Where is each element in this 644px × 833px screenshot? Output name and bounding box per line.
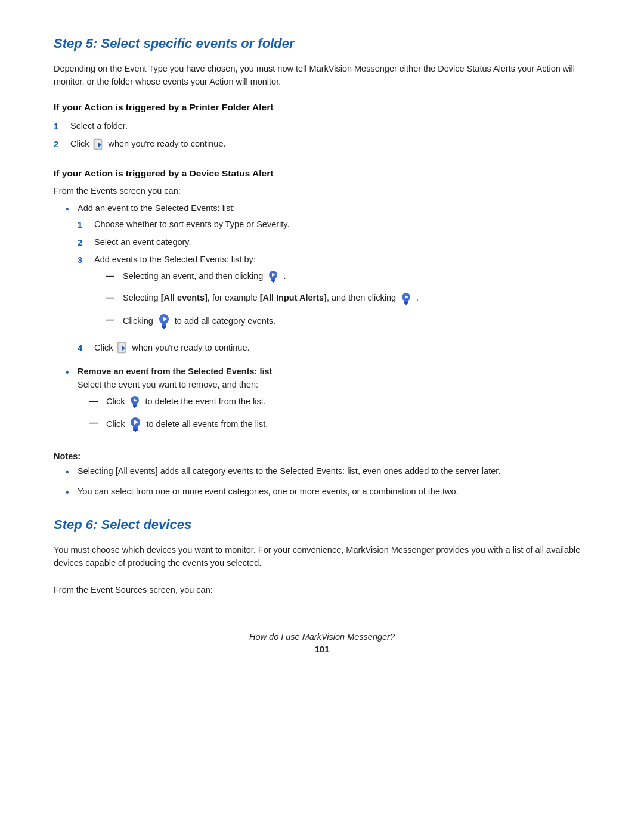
dash-em: —: [106, 270, 123, 283]
dash-item: — Selecting an event, and then clicking: [106, 270, 419, 283]
from-screen-text: From the Events screen you can:: [54, 186, 590, 196]
event-bullet-list: • Add an event to the Selected Events: l…: [54, 202, 590, 441]
dash-em: —: [89, 417, 106, 429]
sub-num-4: 4: [78, 342, 94, 355]
dash-em: —: [89, 395, 106, 408]
dash-text-3: Clicking to add all category events.: [123, 314, 275, 329]
notes-label: Notes:: [54, 451, 590, 461]
notes-list: • Selecting [All events] adds all catego…: [54, 465, 590, 500]
add-all-icon: [400, 292, 412, 305]
dash-em: —: [106, 314, 123, 326]
note-item-1: • Selecting [All events] adds all catego…: [66, 465, 590, 480]
device-status-section: If your Action is triggered by a Device …: [54, 168, 590, 500]
remove-event-content: Remove an event from the Selected Events…: [78, 365, 590, 441]
step2-text: Click when you're ready to continue.: [70, 138, 590, 151]
list-item: 1 Choose whether to sort events by Type …: [78, 218, 590, 232]
add-event-sub-list: 1 Choose whether to sort events by Type …: [78, 218, 590, 355]
sub-num-2: 2: [78, 236, 94, 250]
footer-page: 101: [54, 644, 590, 654]
dash-item: — Clicking: [106, 314, 419, 329]
sub-num-1: 1: [78, 218, 94, 232]
printer-folder-list: 1 Select a folder. 2 Click when you're r…: [54, 120, 590, 151]
bullet-dot: •: [66, 202, 78, 217]
note-text-1: Selecting [All events] adds all category…: [78, 465, 500, 478]
step6-intro1: You must choose which devices you want t…: [54, 543, 590, 570]
list-item: 4 Click when you're ready to continue.: [78, 342, 590, 355]
note-item-2: • You can select from one or more event …: [66, 485, 590, 500]
list-item: 2 Select an event category.: [78, 236, 590, 250]
footer-text: How do I use MarkVision Messenger?: [54, 632, 590, 642]
next-icon-2: [116, 342, 128, 355]
sub-item-1-text: Choose whether to sort events by Type or…: [94, 218, 290, 231]
dash-em: —: [106, 292, 123, 304]
remove-sub-intro: Select the event you want to remove, and…: [78, 380, 258, 389]
add-event-icon: [267, 270, 279, 283]
svg-marker-10: [404, 302, 408, 305]
note-bullet-1: •: [66, 465, 78, 480]
list-item: 1 Select a folder.: [54, 120, 590, 134]
dash-item: — Selecting [All events], for example [A…: [106, 292, 419, 305]
dash-item: — Click to delete the event from the lis…: [89, 395, 590, 408]
svg-marker-21: [133, 405, 137, 408]
dash-text-2: Selecting [All events], for example [All…: [123, 292, 419, 305]
remove-dash-2: Click to delete all events from the list…: [106, 417, 268, 432]
add-category-icon: [157, 314, 171, 329]
dash-item: — Click to delete all events from the li…: [89, 417, 590, 432]
remove-dash-list: — Click to delete the event from the lis…: [78, 395, 590, 432]
add-events-dash-list: — Selecting an event, and then clicking: [94, 270, 419, 329]
note-text-2: You can select from one or more event ca…: [78, 485, 459, 498]
bullet-item-remove: • Remove an event from the Selected Even…: [66, 365, 590, 441]
remove-dash-1: Click to delete the event from the list.: [106, 395, 266, 408]
bullet-dot-2: •: [66, 366, 78, 380]
add-event-content: Add an event to the Selected Events: lis…: [78, 202, 590, 359]
dash-text-1: Selecting an event, and then clicking: [123, 270, 286, 283]
delete-event-icon: [129, 395, 141, 408]
printer-folder-section: If your Action is triggered by a Printer…: [54, 102, 590, 151]
step1-text: Select a folder.: [70, 120, 590, 133]
sub-item-3-text: Add events to the Selected Events: list …: [94, 253, 419, 337]
svg-marker-6: [271, 280, 275, 283]
step-num-1: 1: [54, 120, 70, 134]
remove-bold-label: Remove an event from the Selected Events…: [78, 367, 272, 376]
next-icon: [92, 138, 104, 151]
bullet-item-add: • Add an event to the Selected Events: l…: [66, 202, 590, 359]
device-status-heading: If your Action is triggered by a Device …: [54, 168, 590, 179]
list-item: 2 Click when you're ready to continue.: [54, 138, 590, 151]
step5-intro: Depending on the Event Type you have cho…: [54, 62, 590, 89]
step5-title: Step 5: Select specific events or folder: [54, 36, 590, 51]
printer-folder-heading: If your Action is triggered by a Printer…: [54, 102, 590, 113]
sub-item-2-text: Select an event category.: [94, 236, 191, 249]
note-bullet-2: •: [66, 485, 78, 500]
sub-item-4-text: Click when you're ready to continue.: [94, 342, 250, 355]
step6-intro2: From the Event Sources screen, you can:: [54, 583, 590, 596]
sub-num-3: 3: [78, 253, 94, 267]
list-item: 3 Add events to the Selected Events: lis…: [78, 253, 590, 337]
delete-all-icon: [129, 417, 142, 432]
step-num-2: 2: [54, 138, 70, 151]
step6-title: Step 6: Select devices: [54, 517, 590, 532]
